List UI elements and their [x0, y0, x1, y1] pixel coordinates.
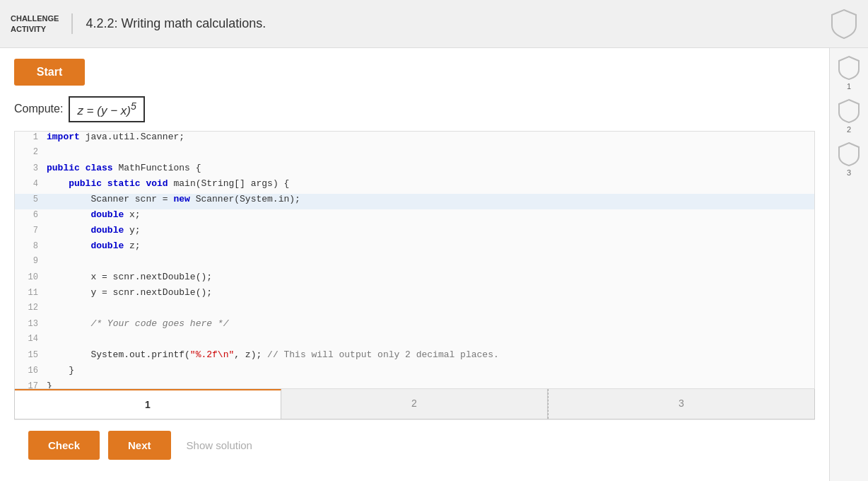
line-num-7: 7	[15, 226, 47, 236]
header: CHALLENGE ACTIVITY 4.2.2: Writing math c…	[0, 0, 868, 48]
code-content-6: double x;	[47, 209, 141, 220]
code-content-16: }	[47, 365, 74, 376]
sidebar-item-2-label: 2	[847, 125, 851, 134]
challenge-label-line1: CHALLENGE	[11, 14, 59, 23]
line-num-14: 14	[15, 334, 47, 344]
line-num-15: 15	[15, 350, 47, 360]
next-button[interactable]: Next	[108, 431, 171, 460]
code-line-5: 5 Scanner scnr = new Scanner(System.in);	[15, 194, 814, 209]
sidebar-shield-2-icon	[838, 98, 860, 124]
sidebar-item-2[interactable]: 2	[838, 98, 860, 134]
line-num-13: 13	[15, 319, 47, 329]
code-line-6: 6 double x;	[15, 209, 814, 225]
line-num-9: 9	[15, 256, 47, 266]
code-content-5: Scanner scnr = new Scanner(System.in);	[47, 194, 300, 204]
code-content-3: public class MathFunctions {	[47, 163, 201, 173]
code-line-15: 15 System.out.printf("%.2f\n", z); // Th…	[15, 349, 814, 365]
line-num-1: 1	[15, 132, 47, 142]
line-num-8: 8	[15, 241, 47, 251]
line-num-10: 10	[15, 272, 47, 282]
tab-1[interactable]: 1	[15, 389, 281, 419]
formula-display: z = (y − x)5	[69, 96, 144, 122]
header-badge	[831, 8, 857, 40]
code-content-8: double z;	[47, 240, 141, 251]
code-content-10: x = scnr.nextDouble();	[47, 272, 212, 282]
code-line-4: 4 public static void main(String[] args)…	[15, 178, 814, 194]
line-num-17: 17	[15, 381, 47, 389]
sidebar-shield-3-icon	[838, 141, 860, 167]
code-line-3: 3 public class MathFunctions {	[15, 163, 814, 178]
code-line-9: 9	[15, 256, 814, 272]
header-shield-icon	[831, 8, 857, 40]
line-num-5: 5	[15, 195, 47, 204]
code-line-7: 7 double y;	[15, 225, 814, 240]
code-content-11: y = scnr.nextDouble();	[47, 287, 212, 298]
code-content-15: System.out.printf("%.2f\n", z); // This …	[47, 349, 499, 360]
sidebar-item-3[interactable]: 3	[838, 141, 860, 177]
left-panel: Start Compute: z = (y − x)5 1 import jav…	[0, 48, 829, 481]
line-num-16: 16	[15, 366, 47, 376]
line-num-3: 3	[15, 163, 47, 173]
challenge-activity-label: CHALLENGE ACTIVITY	[11, 13, 73, 34]
sidebar-item-1[interactable]: 1	[838, 55, 860, 91]
code-line-16: 16 }	[15, 365, 814, 381]
sidebar-item-3-label: 3	[847, 168, 851, 177]
start-button[interactable]: Start	[14, 59, 85, 86]
code-line-17: 17 }	[15, 381, 814, 389]
check-button[interactable]: Check	[28, 431, 100, 460]
code-editor[interactable]: 1 import java.util.Scanner; 2 3 public c…	[14, 131, 815, 389]
code-line-13: 13 /* Your code goes here */	[15, 318, 814, 334]
code-line-1: 1 import java.util.Scanner;	[15, 132, 814, 147]
right-sidebar: 1 2 3	[829, 48, 868, 481]
compute-label: Compute:	[14, 103, 63, 115]
line-num-11: 11	[15, 288, 47, 298]
code-line-2: 2	[15, 147, 814, 163]
challenge-title: 4.2.2: Writing math calculations.	[86, 16, 266, 31]
code-content-17: }	[47, 381, 52, 389]
code-line-10: 10 x = scnr.nextDouble();	[15, 272, 814, 287]
code-content-4: public static void main(String[] args) {	[47, 178, 289, 189]
code-content-13: /* Your code goes here */	[47, 318, 228, 329]
line-num-2: 2	[15, 147, 47, 157]
code-line-12: 12	[15, 303, 814, 318]
code-line-14: 14	[15, 334, 814, 349]
code-content-7: double y;	[47, 225, 141, 236]
code-line-11: 11 y = scnr.nextDouble();	[15, 287, 814, 303]
line-num-6: 6	[15, 210, 47, 220]
code-line-8: 8 double z;	[15, 240, 814, 256]
show-solution-button[interactable]: Show solution	[180, 431, 259, 460]
sidebar-shield-1-icon	[838, 55, 860, 81]
challenge-label-line2: ACTIVITY	[11, 25, 46, 33]
line-num-4: 4	[15, 179, 47, 189]
tab-2[interactable]: 2	[281, 389, 548, 419]
tab-bar: 1 2 3	[14, 389, 815, 419]
code-content-1: import java.util.Scanner;	[47, 132, 184, 142]
bottom-bar: Check Next Show solution	[14, 419, 815, 470]
main-container: Start Compute: z = (y − x)5 1 import jav…	[0, 48, 868, 481]
line-num-12: 12	[15, 303, 47, 313]
sidebar-item-1-label: 1	[847, 82, 851, 91]
tab-3[interactable]: 3	[548, 389, 814, 419]
compute-line: Compute: z = (y − x)5	[14, 96, 815, 122]
